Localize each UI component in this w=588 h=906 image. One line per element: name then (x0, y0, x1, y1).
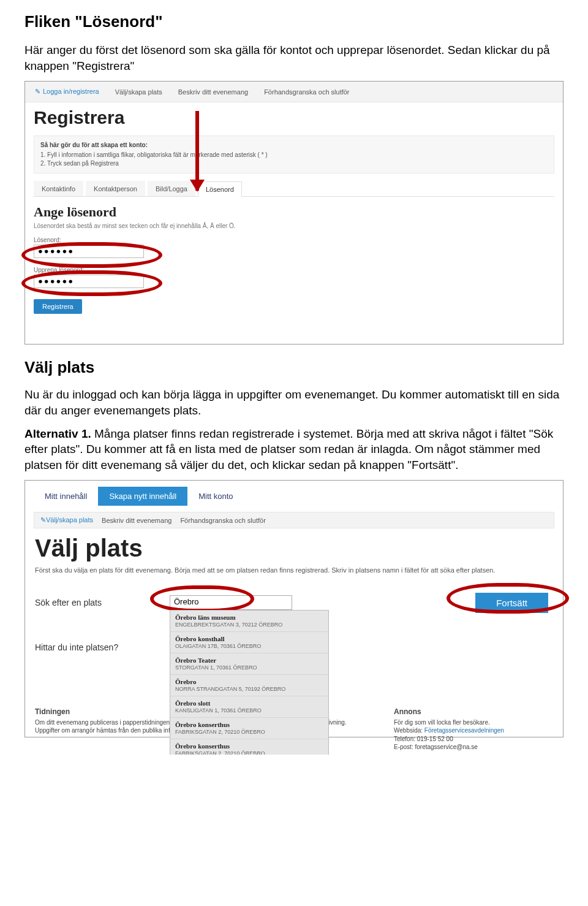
tab-kontaktperson[interactable]: Kontaktperson (86, 181, 145, 196)
search-dropdown: Örebro läns museumENGELBREKTSGATAN 3, 70… (170, 610, 329, 755)
tab-bild-logga[interactable]: Bild/Logga (148, 181, 195, 196)
tab-kontaktinfo[interactable]: Kontaktinfo (34, 181, 83, 196)
instructions-heading: Så här gör du för att skapa ett konto: (40, 141, 548, 150)
page-title-registrera: Registrera (25, 102, 563, 132)
breadcrumb-step-plats-2[interactable]: ✎Välj/skapa plats (40, 516, 93, 524)
valj-plats-note: Först ska du välja en plats för ditt eve… (25, 566, 563, 584)
search-input[interactable]: Örebro (170, 595, 292, 610)
breadcrumb-step-beskriv[interactable]: Beskriv ditt evenemang (175, 86, 252, 98)
main-nav-tabs: Mitt innehåll Skapa nytt innehåll Mitt k… (25, 481, 563, 506)
search-row: Sök efter en plats Örebro Fortsätt Örebr… (25, 584, 563, 622)
section-title-ange-losenord: Ange lösenord (25, 197, 563, 223)
search-label: Sök efter en plats (35, 598, 157, 607)
repeat-password-label: Upprepa lösenord: (34, 267, 554, 273)
breadcrumb-step-login[interactable]: ✎Logga in/registrera (31, 85, 103, 98)
dropdown-item[interactable]: Örebro slottKANSLIGATAN 1, 70361 ÖREBRO (170, 696, 328, 718)
instructions-box: Så här gör du för att skapa ett konto: 1… (34, 135, 554, 173)
instructions-line-1: 1. Fyll i information i samtliga flikar,… (40, 151, 548, 159)
screenshot-valj-plats: Mitt innehåll Skapa nytt innehåll Mitt k… (24, 480, 564, 737)
breadcrumb-step-beskriv-2[interactable]: Beskriv ditt evenemang (102, 517, 172, 524)
tab-mitt-konto[interactable]: Mitt konto (187, 487, 244, 506)
doc-heading-valj-plats: Välj plats (24, 358, 564, 377)
section-note-losenord: Lösenordet ska bestå av minst sex tecken… (25, 223, 563, 234)
annons-line-3: Telefon: 019-15 52 00 (394, 735, 553, 744)
tab-skapa-nytt[interactable]: Skapa nytt innehåll (98, 487, 187, 506)
fortsatt-button[interactable]: Fortsätt (475, 593, 548, 613)
tab-mitt-innehall[interactable]: Mitt innehåll (34, 487, 98, 506)
dropdown-item[interactable]: ÖrebroNORRA STRANDGATAN 5, 70192 ÖREBRO (170, 675, 328, 696)
annons-heading: Annons (394, 707, 553, 716)
pencil-icon: ✎ (35, 88, 40, 95)
annons-line-2: Webbsida: Företagsservicesavdelningen (394, 726, 553, 735)
password-input[interactable]: ●●●●●● (34, 245, 144, 258)
tab-losenord[interactable]: Lösenord (198, 181, 242, 197)
annons-link[interactable]: Företagsservicesavdelningen (424, 727, 504, 734)
dropdown-item[interactable]: Örebro konserthusFABRIKSGATAN 2, 70210 Ö… (170, 739, 328, 755)
page-title-valj-plats: Välj plats (25, 528, 563, 566)
screenshot-registrera: ✎Logga in/registrera Välj/skapa plats Be… (24, 81, 564, 345)
breadcrumb-step-slutfor-2[interactable]: Förhandsgranska och slutför (180, 517, 265, 524)
pencil-icon: ✎ (40, 516, 46, 523)
alternativ-1-label: Alternativ 1. (24, 427, 91, 440)
dropdown-item[interactable]: Örebro konserthusFABRIKSGATAN 2, 70210 Ö… (170, 718, 328, 739)
dropdown-item[interactable]: Örebro konsthallOLAIGATAN 17B, 70361 ÖRE… (170, 632, 328, 653)
breadcrumb-step-plats[interactable]: Välj/skapa plats (111, 86, 166, 98)
doc-paragraph-1: Här anger du först det lösenord som ska … (24, 42, 564, 74)
doc-paragraph-2a: Nu är du inloggad och kan börja lägga in… (24, 387, 564, 418)
instructions-line-2: 2. Tryck sedan på Registrera (40, 159, 548, 168)
registrera-button[interactable]: Registrera (34, 299, 82, 314)
form-tabs: Kontaktinfo Kontaktperson Bild/Logga Lös… (34, 181, 554, 197)
dropdown-item[interactable]: Örebro läns museumENGELBREKTSGATAN 3, 70… (170, 611, 328, 632)
repeat-password-input[interactable]: ●●●●●● (34, 275, 144, 288)
dropdown-item[interactable]: Örebro TeaterSTORGATAN 1, 70361 ÖREBRO (170, 653, 328, 675)
breadcrumb-step-slutfor[interactable]: Förhandsgranska och slutför (260, 86, 353, 98)
col-annons: Annons För dig som vill locka fler besök… (394, 707, 553, 752)
password-label: Lösenord: (34, 237, 554, 243)
doc-heading-losenord: Fliken "Lösenord" (24, 12, 564, 31)
breadcrumb-wizard-2: ✎Välj/skapa plats Beskriv ditt evenemang… (34, 512, 554, 528)
annons-line-4: E-post: foretagsservice@na.se (394, 743, 553, 752)
doc-paragraph-2b: Alternativ 1. Många platser finns redan … (24, 426, 564, 473)
breadcrumb-wizard: ✎Logga in/registrera Välj/skapa plats Be… (25, 82, 563, 102)
annons-line-1: För dig som vill locka fler besökare. (394, 718, 553, 727)
